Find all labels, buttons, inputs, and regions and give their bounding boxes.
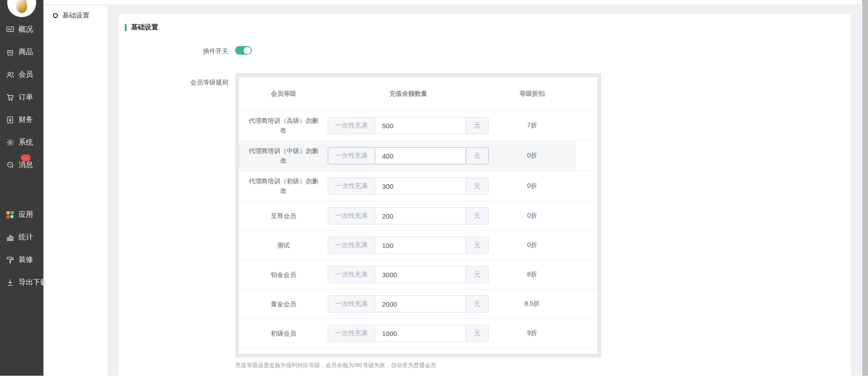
table-row: 初级会员一次性充满元9折 (239, 319, 597, 348)
sidebar-item-goods[interactable]: 商品 (0, 41, 43, 63)
table-footnote: 充值等级设置金额升级到对应等级，会员余额为0时等级失效，自动变为普通会员 (235, 362, 436, 369)
table-header-row: 会员等级 充值余额数量 等级折扣 (239, 77, 597, 111)
input-suffix-addon: 元 (466, 296, 488, 312)
table-row: 测试一次性充满元0折 (239, 231, 597, 260)
input-suffix-addon: 元 (466, 178, 488, 194)
discount-value: 8折 (489, 260, 576, 289)
submenu-panel: 基础设置 (43, 5, 108, 376)
member-level-name: 至尊会员 (239, 201, 328, 230)
sidebar-item-label: 应用 (19, 210, 33, 219)
settings-card: 基础设置 插件开关 会员等级规则 会员等级 充值余额数量 等级折扣 代理商培训（… (118, 14, 851, 378)
member-level-name: 代理商培训（中级）勿删改 (239, 141, 328, 171)
plugin-switch-label: 插件开关 (118, 47, 228, 56)
sidebar-item-label: 统计 (19, 233, 33, 242)
sidebar-nav: 概况商品会员订单财务系统消息...应用统计装修导出下载 (0, 0, 43, 294)
amount-input[interactable] (375, 148, 466, 164)
input-suffix-addon: 元 (466, 117, 488, 134)
table-row: 至尊会员一次性充满元0折 (239, 201, 597, 231)
table-row: 铂金会员一次性充满元8折 (239, 260, 597, 289)
horizontal-scrollbar[interactable] (0, 376, 868, 378)
amount-input[interactable] (375, 296, 466, 312)
amount-input-group: 一次性充满元 (328, 237, 489, 254)
amount-cell: 一次性充满元 (328, 141, 489, 171)
toggle-knob (244, 47, 251, 54)
amount-input[interactable] (375, 208, 466, 224)
sidebar-item-label: 概况 (19, 25, 33, 34)
amount-input[interactable] (375, 325, 466, 341)
table-row: 黄金会员一次性充满元8.5折 (239, 289, 597, 319)
sidebar-item-order[interactable]: 订单 (0, 86, 43, 108)
input-suffix-addon: 元 (466, 237, 488, 253)
section-header: 基础设置 (125, 23, 158, 32)
input-prefix-addon: 一次性充满 (328, 148, 375, 164)
input-prefix-addon: 一次性充满 (328, 296, 375, 312)
discount-value: 0折 (489, 141, 576, 171)
sidebar-item-label: 导出下载 (19, 278, 47, 287)
input-suffix-addon: 元 (466, 148, 488, 164)
sidebar-item-label: 消息 (19, 160, 33, 170)
sidebar-item-finance[interactable]: 财务 (0, 108, 43, 131)
sidebar-item-label: 会员 (19, 70, 33, 79)
discount-value: 8.5折 (489, 289, 576, 318)
radio-circle-icon (53, 13, 58, 18)
input-suffix-addon: 元 (466, 266, 488, 283)
submenu-item-basic-settings[interactable]: 基础设置 (43, 5, 108, 26)
amount-cell: 一次性充满元 (328, 231, 489, 260)
member-level-name: 测试 (239, 231, 328, 260)
sidebar-item-decorate[interactable]: 装修 (0, 248, 43, 271)
table-row: 代理商培训（初级）勿删改一次性充满元0折 (239, 171, 597, 201)
discount-value: 0折 (489, 201, 576, 230)
discount-value: 9折 (489, 319, 576, 348)
vertical-scrollbar-thumb[interactable] (862, 0, 868, 378)
amount-cell: 一次性充满元 (328, 111, 489, 140)
amount-cell: 一次性充满元 (328, 319, 489, 348)
amount-input[interactable] (375, 178, 466, 194)
sidebar-item-system[interactable]: 系统 (0, 131, 43, 154)
sidebar-item-overview[interactable]: 概况 (0, 18, 43, 41)
sidebar-item-label: 订单 (19, 93, 33, 102)
sidebar-item-stats[interactable]: 统计 (0, 226, 43, 248)
sidebar-item-label: 装修 (19, 255, 33, 265)
amount-input-group: 一次性充满元 (328, 295, 489, 313)
column-header-amount: 充值余额数量 (328, 77, 489, 110)
vertical-scrollbar[interactable] (861, 0, 868, 378)
amount-input-group: 一次性充满元 (328, 325, 489, 342)
amount-input[interactable] (375, 117, 466, 134)
amount-input[interactable] (375, 237, 466, 253)
sidebar-item-label: 财务 (19, 115, 33, 125)
amount-cell: 一次性充满元 (328, 201, 489, 230)
table-body: 代理商培训（高级）勿删改一次性充满元7折代理商培训（中级）勿删改一次性充满元0折… (239, 111, 597, 348)
sidebar-item-apps[interactable]: 应用 (0, 203, 43, 226)
column-header-level: 会员等级 (239, 77, 328, 110)
discount-value: 0折 (489, 171, 576, 201)
message-badge: ... (21, 154, 31, 161)
amount-input[interactable] (375, 266, 466, 283)
member-level-rules-label: 会员等级规则 (118, 79, 228, 87)
input-prefix-addon: 一次性充满 (328, 117, 375, 134)
amount-input-group: 一次性充满元 (328, 147, 489, 164)
sidebar-item-export[interactable]: 导出下载 (0, 271, 43, 294)
table-row: 代理商培训（高级）勿删改一次性充满元7折 (239, 111, 597, 141)
input-prefix-addon: 一次性充满 (328, 237, 375, 253)
member-level-name: 初级会员 (239, 319, 328, 348)
input-suffix-addon: 元 (466, 208, 488, 224)
sidebar-item-label: 商品 (19, 47, 33, 57)
sidebar-item-label: 系统 (19, 138, 33, 147)
amount-cell: 一次性充满元 (328, 260, 489, 289)
plugin-switch-toggle[interactable] (235, 46, 252, 55)
sidebar-item-message[interactable]: 消息... (0, 154, 43, 176)
discount-value: 7折 (489, 111, 576, 140)
member-level-table: 会员等级 充值余额数量 等级折扣 代理商培训（高级）勿删改一次性充满元7折代理商… (239, 77, 597, 354)
avatar-bottle-image (16, 0, 27, 13)
amount-input-group: 一次性充满元 (328, 266, 489, 283)
amount-input-group: 一次性充满元 (328, 117, 489, 134)
sidebar-item-member[interactable]: 会员 (0, 63, 43, 86)
input-prefix-addon: 一次性充满 (328, 266, 375, 283)
member-level-name: 代理商培训（初级）勿删改 (239, 171, 328, 201)
input-suffix-addon: 元 (466, 325, 488, 341)
amount-input-group: 一次性充满元 (328, 177, 489, 195)
top-bar (43, 0, 861, 5)
table-row: 代理商培训（中级）勿删改一次性充满元0折 (239, 141, 597, 171)
discount-value: 0折 (489, 231, 576, 260)
accent-bar (125, 24, 127, 31)
